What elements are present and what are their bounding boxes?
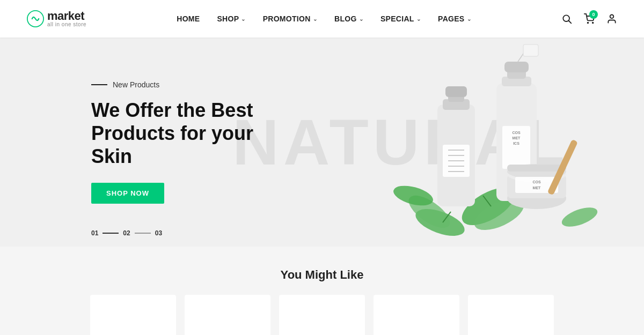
svg-line-2: [569, 21, 572, 24]
svg-rect-16: [445, 86, 467, 97]
hero-label-text: New Products: [113, 80, 159, 89]
account-button[interactable]: [606, 13, 617, 24]
nav-special[interactable]: SPECIAL ⌄: [380, 14, 421, 23]
svg-rect-26: [504, 62, 529, 72]
svg-text:MET: MET: [533, 186, 541, 190]
header-actions: 0: [561, 13, 617, 24]
product-card[interactable]: [279, 295, 365, 335]
svg-text:MET: MET: [513, 136, 521, 140]
chevron-down-icon: ⌄: [313, 16, 317, 22]
product-cards: [27, 295, 617, 335]
cart-button[interactable]: 0: [584, 13, 595, 24]
hero-section: NATURAL New Products We Offer the Best P…: [0, 38, 644, 247]
product-card[interactable]: [468, 295, 554, 335]
slide-3[interactable]: 03: [155, 229, 162, 237]
logo-icon: [27, 10, 44, 27]
chevron-down-icon: ⌄: [416, 16, 421, 22]
nav-blog[interactable]: BLOG ⌄: [334, 14, 363, 23]
svg-point-43: [559, 204, 599, 230]
search-button[interactable]: [561, 13, 572, 24]
svg-text:COS: COS: [532, 180, 541, 184]
svg-point-5: [610, 15, 614, 19]
main-nav: HOME SHOP ⌄ PROMOTION ⌄ BLOG ⌄ SPECIAL ⌄…: [177, 14, 471, 23]
chevron-down-icon: ⌄: [241, 16, 245, 22]
nav-home[interactable]: HOME: [177, 14, 200, 23]
svg-point-4: [592, 23, 594, 24]
hero-content: New Products We Offer the Best Products …: [0, 48, 258, 236]
nav-shop[interactable]: SHOP ⌄: [217, 14, 245, 23]
products-svg: COS MET ICS COS MET: [333, 40, 601, 244]
shop-now-button[interactable]: SHOP NOW: [91, 183, 164, 204]
slide-1[interactable]: 01: [91, 229, 98, 237]
section-title: You Might Like: [27, 268, 617, 282]
hero-title: We Offer the Best Products for your Skin: [91, 99, 258, 168]
product-card[interactable]: [90, 295, 176, 335]
hero-label-line: [91, 84, 107, 85]
slide-2[interactable]: 02: [123, 229, 130, 237]
product-card[interactable]: [374, 295, 459, 335]
chevron-down-icon: ⌄: [467, 16, 471, 22]
cart-count: 0: [589, 10, 598, 19]
you-might-like-section: You Might Like: [0, 247, 644, 335]
svg-text:COS: COS: [512, 131, 521, 135]
hero-label: New Products: [91, 80, 258, 89]
header: market all in one store HOME SHOP ⌄ PROM…: [0, 0, 644, 38]
svg-rect-37: [507, 165, 566, 172]
slide-1-line: [103, 233, 119, 234]
hero-image: COS MET ICS COS MET: [317, 38, 617, 247]
chevron-down-icon: ⌄: [359, 16, 363, 22]
svg-text:ICS: ICS: [513, 142, 519, 145]
logo-tagline: all in one store: [47, 22, 86, 27]
product-card[interactable]: [185, 295, 270, 335]
svg-point-3: [588, 23, 589, 24]
slide-2-line: [135, 233, 151, 234]
logo-name: market: [47, 10, 86, 22]
nav-pages[interactable]: PAGES ⌄: [438, 14, 471, 23]
nav-promotion[interactable]: PROMOTION ⌄: [263, 14, 317, 23]
logo[interactable]: market all in one store: [27, 10, 86, 27]
slider-indicators: 01 02 03: [91, 229, 162, 237]
svg-rect-28: [523, 44, 538, 56]
